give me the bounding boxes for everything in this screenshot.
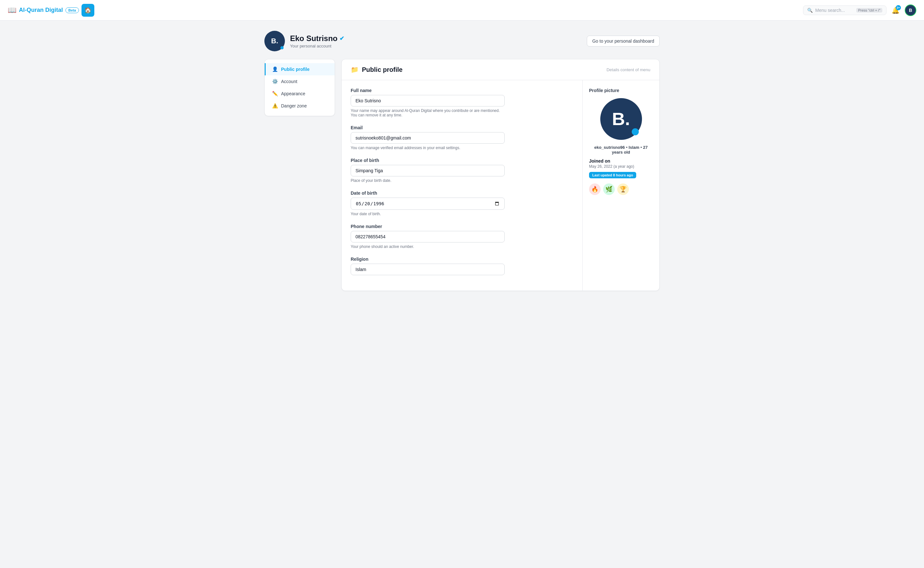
profile-header-left: B. Eko Sutrisno ✔ Your personal account xyxy=(265,31,344,51)
page-body: B. Eko Sutrisno ✔ Your personal account … xyxy=(257,21,667,301)
search-bar[interactable]: 🔍 Menu search... Press "ctrl + /" xyxy=(803,6,886,15)
book-icon: 📖 xyxy=(8,6,17,14)
email-group: Email You can manage verified email addr… xyxy=(351,125,573,150)
gear-icon: ⚙️ xyxy=(272,79,278,85)
fire-badge: 🔥 xyxy=(589,183,600,195)
warning-icon: ⚠️ xyxy=(272,103,278,109)
achievement-badges: 🔥 🌿 🏆 xyxy=(589,183,653,195)
content-title-text: Public profile xyxy=(362,66,403,74)
main-layout: 👤 Public profile ⚙️ Account ✏️ Appearanc… xyxy=(265,59,659,291)
profile-avatar-letter: B. xyxy=(271,37,278,45)
full-name-group: Full name Your name may appear around Al… xyxy=(351,88,573,117)
place-of-birth-label: Place of birth xyxy=(351,158,573,163)
main-header: 📖 Al-Quran Digital Beta 🏠 🔍 Menu search.… xyxy=(0,0,924,21)
full-name-label: Full name xyxy=(351,88,573,93)
sidebar-item-appearance-label: Appearance xyxy=(281,91,305,96)
notification-button[interactable]: 🔔 3+ xyxy=(892,6,900,14)
joined-title: Joined on xyxy=(589,159,653,163)
profile-card: Profile picture B. eko_sutrisno96 • Isla… xyxy=(582,80,659,291)
home-icon: 🏠 xyxy=(85,7,91,14)
sidebar-item-danger-zone[interactable]: ⚠️ Danger zone xyxy=(265,100,335,112)
date-of-birth-label: Date of birth xyxy=(351,190,573,196)
verified-icon: ✔ xyxy=(339,35,344,42)
profile-card-avatar-dot xyxy=(632,128,639,135)
phone-input[interactable] xyxy=(351,231,505,242)
profile-name-text: Eko Sutrisno xyxy=(290,34,337,43)
sidebar-item-danger-zone-label: Danger zone xyxy=(281,103,307,109)
phone-group: Phone number Your phone should an active… xyxy=(351,224,573,249)
beta-badge: Beta xyxy=(65,8,79,13)
folder-icon: 📁 xyxy=(351,66,359,74)
place-of-birth-group: Place of birth Place of your birth date. xyxy=(351,158,573,183)
content-header: 📁 Public profile Details content of menu xyxy=(342,59,659,80)
sidebar-item-public-profile-label: Public profile xyxy=(281,67,310,72)
email-input[interactable] xyxy=(351,132,505,144)
profile-header: B. Eko Sutrisno ✔ Your personal account … xyxy=(265,31,659,51)
avatar-letter: B xyxy=(909,8,912,13)
content-menu-hint: Details content of menu xyxy=(606,67,650,72)
logo-area: 📖 Al-Quran Digital Beta 🏠 xyxy=(8,4,799,17)
search-placeholder-text: Menu search... xyxy=(815,8,854,13)
sidebar-item-account[interactable]: ⚙️ Account xyxy=(265,76,335,88)
trophy-badge: 🏆 xyxy=(617,183,629,195)
profile-form: Full name Your name may appear around Al… xyxy=(342,80,582,291)
search-icon: 🔍 xyxy=(807,8,813,13)
content-body: Full name Your name may appear around Al… xyxy=(342,80,659,291)
profile-card-avatar-letter: B. xyxy=(612,110,630,128)
sidebar-item-public-profile[interactable]: 👤 Public profile xyxy=(265,63,335,76)
date-of-birth-input[interactable] xyxy=(351,198,505,210)
user-icon: 👤 xyxy=(272,66,278,72)
place-of-birth-input[interactable] xyxy=(351,165,505,177)
profile-avatar-large: B. xyxy=(265,31,285,51)
phone-hint: Your phone should an active number. xyxy=(351,245,505,249)
sidebar-item-appearance[interactable]: ✏️ Appearance xyxy=(265,88,335,100)
full-name-hint: Your name may appear around Al-Quran Dig… xyxy=(351,109,505,117)
profile-sub-text: Your personal account xyxy=(290,44,344,48)
header-right: 🔍 Menu search... Press "ctrl + /" 🔔 3+ B xyxy=(803,5,916,16)
date-of-birth-hint: Your date of birth. xyxy=(351,211,505,216)
avatar-dot xyxy=(280,46,284,49)
notification-count-badge: 3+ xyxy=(896,5,901,10)
search-shortcut-badge: Press "ctrl + /" xyxy=(856,8,882,12)
date-of-birth-group: Date of birth Your date of birth. xyxy=(351,190,573,216)
profile-card-title: Profile picture xyxy=(589,88,653,93)
email-hint: You can manage verified email addresses … xyxy=(351,146,505,150)
profile-card-avatar: B. xyxy=(600,98,642,140)
profile-name: Eko Sutrisno ✔ xyxy=(290,34,344,43)
pencil-icon: ✏️ xyxy=(272,91,278,97)
dashboard-button[interactable]: Go to your personal dashboard xyxy=(587,36,659,47)
content-title: 📁 Public profile xyxy=(351,66,403,74)
religion-group: Religion xyxy=(351,257,573,275)
logo-text: Al-Quran Digital xyxy=(19,7,63,14)
content-area: 📁 Public profile Details content of menu… xyxy=(341,59,659,291)
joined-date: May 26, 2022 (a year ago) xyxy=(589,164,653,169)
profile-info: Eko Sutrisno ✔ Your personal account xyxy=(290,34,344,48)
settings-sidebar: 👤 Public profile ⚙️ Account ✏️ Appearanc… xyxy=(265,59,335,116)
religion-input[interactable] xyxy=(351,264,505,275)
phone-label: Phone number xyxy=(351,224,573,229)
user-avatar-button[interactable]: B xyxy=(905,5,916,16)
profile-card-username: eko_sutrisno96 • Islam • 27 years old xyxy=(589,145,653,155)
sidebar-item-account-label: Account xyxy=(281,79,297,84)
email-label: Email xyxy=(351,125,573,130)
religion-label: Religion xyxy=(351,257,573,262)
green-badge: 🌿 xyxy=(603,183,615,195)
home-button[interactable]: 🏠 xyxy=(82,4,94,17)
place-of-birth-hint: Place of your birth date. xyxy=(351,178,505,183)
last-updated-badge: Last upated 8 hours ago xyxy=(589,172,636,178)
full-name-input[interactable] xyxy=(351,95,505,106)
